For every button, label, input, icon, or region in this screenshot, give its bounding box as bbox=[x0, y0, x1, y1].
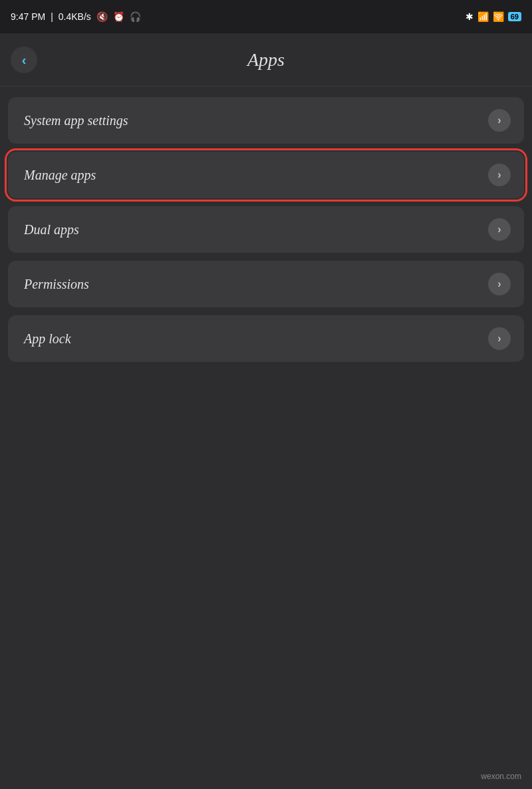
chevron-circle-system-app-settings: › bbox=[488, 109, 511, 132]
chevron-circle-manage-apps: › bbox=[488, 164, 511, 186]
chevron-right-icon-app-lock: › bbox=[497, 333, 501, 345]
battery-indicator: 69 bbox=[508, 12, 521, 21]
menu-item-label-manage-apps: Manage apps bbox=[24, 168, 96, 183]
chevron-circle-app-lock: › bbox=[488, 327, 511, 350]
network-speed-value: 0.4KB/s bbox=[59, 11, 91, 22]
content-area: System app settings›Manage apps›Dual app… bbox=[0, 86, 532, 373]
chevron-right-icon-system-app-settings: › bbox=[497, 114, 501, 126]
menu-item-label-app-lock: App lock bbox=[24, 331, 71, 347]
chevron-right-icon-manage-apps: › bbox=[497, 169, 501, 181]
chevron-circle-permissions: › bbox=[488, 273, 511, 295]
status-bar: 9:47 PM | 0.4KB/s 🔇 ⏰ 🎧 ✱ 📶 🛜 69 bbox=[0, 0, 532, 33]
bluetooth-icon: ✱ bbox=[466, 11, 473, 22]
network-speed: | bbox=[51, 11, 53, 22]
mute-icon: 🔇 bbox=[96, 11, 108, 22]
menu-item-label-system-app-settings: System app settings bbox=[24, 113, 128, 128]
menu-item-permissions[interactable]: Permissions› bbox=[8, 261, 524, 307]
app-bar: ‹ Apps bbox=[0, 33, 532, 86]
menu-item-app-lock[interactable]: App lock› bbox=[8, 315, 524, 362]
status-left: 9:47 PM | 0.4KB/s 🔇 ⏰ 🎧 bbox=[11, 11, 141, 22]
menu-item-label-dual-apps: Dual apps bbox=[24, 222, 79, 237]
wifi-icon: 🛜 bbox=[493, 11, 504, 22]
menu-item-label-permissions: Permissions bbox=[24, 277, 89, 292]
menu-item-manage-apps[interactable]: Manage apps› bbox=[8, 152, 524, 198]
back-button[interactable]: ‹ bbox=[11, 47, 37, 73]
page-title: Apps bbox=[247, 49, 285, 71]
status-right: ✱ 📶 🛜 69 bbox=[466, 11, 521, 22]
status-time: 9:47 PM bbox=[11, 11, 45, 22]
watermark: wexon.com bbox=[481, 772, 521, 781]
menu-item-dual-apps[interactable]: Dual apps› bbox=[8, 206, 524, 253]
headphone-icon: 🎧 bbox=[130, 11, 141, 22]
menu-item-system-app-settings[interactable]: System app settings› bbox=[8, 97, 524, 144]
signal-icon: 📶 bbox=[477, 11, 489, 22]
alarm-icon: ⏰ bbox=[113, 11, 124, 22]
back-chevron-icon: ‹ bbox=[22, 53, 27, 67]
chevron-right-icon-permissions: › bbox=[497, 278, 501, 290]
chevron-circle-dual-apps: › bbox=[488, 218, 511, 241]
chevron-right-icon-dual-apps: › bbox=[497, 224, 501, 236]
